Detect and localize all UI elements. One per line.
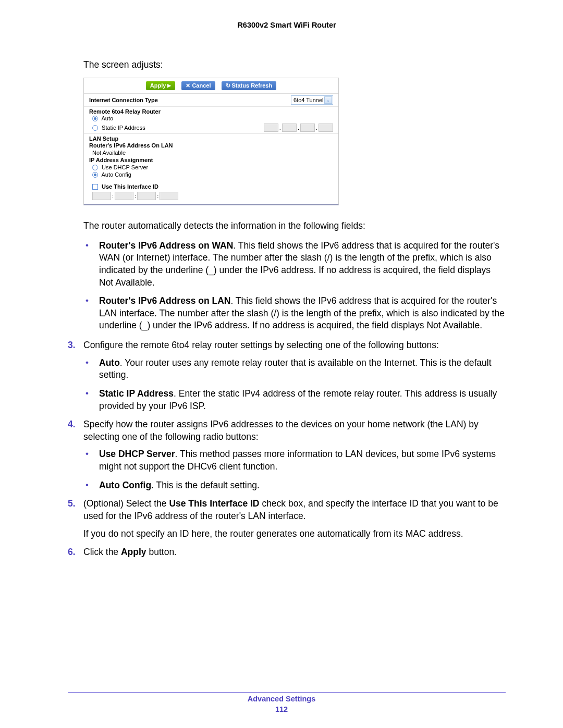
assign-dhcp-row: Use DHCP Server xyxy=(84,164,338,171)
list-item: Router's IPv6 Address on LAN. This field… xyxy=(99,295,506,332)
step-number: 5. xyxy=(68,498,76,510)
relay-static-row: Static IP Address . . . xyxy=(84,122,338,134)
bullet-bold: Use DHCP Server xyxy=(99,449,175,459)
assign-label: IP Address Assignment xyxy=(84,156,338,164)
list-item: Auto. Your router uses any remote relay … xyxy=(99,357,506,381)
iface-seg-4[interactable] xyxy=(160,192,178,200)
relay-static-label: Static IP Address xyxy=(102,125,145,131)
iface-id-checkbox[interactable] xyxy=(92,184,98,190)
bullet-bold: Auto xyxy=(99,357,120,368)
relay-auto-radio[interactable] xyxy=(92,116,98,121)
step-5: 5. (Optional) Select the Use This Interf… xyxy=(68,498,506,540)
step-post: button. xyxy=(146,547,177,557)
relay-auto-label: Auto xyxy=(101,115,113,121)
lan-addr-value: Not Available xyxy=(84,149,338,156)
assign-dhcp-label: Use DHCP Server xyxy=(102,164,148,170)
refresh-label: Status Refresh xyxy=(232,83,273,89)
iface-id-label: Use This Interface ID xyxy=(102,183,158,190)
page-header: R6300v2 Smart WiFi Router xyxy=(68,21,506,29)
footer-page-number: 112 xyxy=(0,705,563,713)
step-4: 4. Specify how the router assigns IPv6 a… xyxy=(68,418,506,491)
step-lead: Configure the remote 6to4 relay router s… xyxy=(83,340,439,350)
conn-type-select[interactable]: 6to4 Tunnel ⌄ xyxy=(291,95,333,105)
list-item: Use DHCP Server. This method passes more… xyxy=(99,448,506,473)
step-bold: Apply xyxy=(121,547,146,557)
ip-octet-3[interactable] xyxy=(300,124,315,132)
relay-static-left: Static IP Address xyxy=(92,125,145,131)
assign-auto-label: Auto Config xyxy=(101,171,131,178)
footer-section: Advanced Settings xyxy=(0,695,563,703)
assign-dhcp-radio[interactable] xyxy=(92,165,98,170)
static-ip-inputs: . . . xyxy=(264,124,333,132)
step-number: 3. xyxy=(68,339,76,352)
step-pre: (Optional) Select the xyxy=(83,498,169,509)
steps-list: 3. Configure the remote 6to4 relay route… xyxy=(68,339,506,559)
iface-seg-3[interactable] xyxy=(137,192,156,200)
relay-header: Remote 6to4 Relay Router xyxy=(84,107,338,115)
bullet-bold: Router's IPv6 Address on WAN xyxy=(99,240,233,251)
apply-label: Apply xyxy=(150,83,166,89)
lan-header: LAN Setup xyxy=(84,134,338,142)
list-item: Auto Config. This is the default setting… xyxy=(99,479,506,492)
lan-addr-label: Router's IPv6 Address On LAN xyxy=(84,142,338,149)
apply-arrow-icon: ▶ xyxy=(167,83,171,88)
chevron-down-icon: ⌄ xyxy=(324,96,332,104)
conn-type-row: Internet Connection Type 6to4 Tunnel ⌄ xyxy=(84,94,338,107)
panel-toolbar: Apply ▶ ✕ Cancel ↻ Status Refresh xyxy=(84,78,338,94)
detect-bullets: Router's IPv6 Address on WAN. This field… xyxy=(83,240,506,332)
relay-auto-row: Auto xyxy=(84,115,338,122)
conn-type-label: Internet Connection Type xyxy=(89,97,158,103)
cancel-x-icon: ✕ xyxy=(186,83,190,89)
step-number: 4. xyxy=(68,418,76,431)
bullet-bold: Router's IPv6 Address on LAN xyxy=(99,295,230,306)
iface-seg-2[interactable] xyxy=(115,192,133,200)
step-note: If you do not specify an ID here, the ro… xyxy=(83,528,506,540)
ip-octet-4[interactable] xyxy=(319,124,333,132)
conn-type-value: 6to4 Tunnel xyxy=(293,97,324,103)
after-panel-text: The router automatically detects the inf… xyxy=(83,220,506,232)
step-6: 6. Click the Apply button. xyxy=(68,546,506,559)
assign-auto-row: Auto Config xyxy=(84,171,338,183)
assign-auto-radio[interactable] xyxy=(92,172,98,178)
step-3: 3. Configure the remote 6to4 relay route… xyxy=(68,339,506,412)
cancel-button[interactable]: ✕ Cancel xyxy=(181,81,215,90)
step-pre: Click the xyxy=(83,547,121,557)
bullet-text: . This is the default setting. xyxy=(151,480,260,490)
footer-divider xyxy=(68,692,506,693)
footer: Advanced Settings 112 xyxy=(0,695,563,713)
relay-static-radio[interactable] xyxy=(92,125,98,131)
step-number: 6. xyxy=(68,546,76,559)
bullet-text: . Your router uses any remote relay rout… xyxy=(99,357,492,380)
cancel-label: Cancel xyxy=(192,83,211,89)
refresh-icon: ↻ xyxy=(226,83,230,89)
step-bold: Use This Interface ID xyxy=(169,498,259,509)
ip-octet-2[interactable] xyxy=(282,124,297,132)
list-item: Static IP Address. Enter the static IPv4… xyxy=(99,388,506,412)
bullet-bold: Static IP Address xyxy=(99,388,174,399)
iface-id-row: Use This Interface ID xyxy=(84,183,338,190)
ip-octet-1[interactable] xyxy=(264,124,278,132)
list-item: Router's IPv6 Address on WAN. This field… xyxy=(99,240,506,289)
step-lead: Specify how the router assigns IPv6 addr… xyxy=(83,419,479,442)
admin-panel: Apply ▶ ✕ Cancel ↻ Status Refresh Intern… xyxy=(83,78,339,205)
apply-button[interactable]: Apply ▶ xyxy=(146,81,176,90)
status-refresh-button[interactable]: ↻ Status Refresh xyxy=(222,81,277,90)
intro-text: The screen adjusts: xyxy=(83,59,506,70)
iface-id-inputs: : : : xyxy=(84,190,338,204)
iface-seg-1[interactable] xyxy=(92,192,111,200)
bullet-bold: Auto Config xyxy=(99,480,151,490)
